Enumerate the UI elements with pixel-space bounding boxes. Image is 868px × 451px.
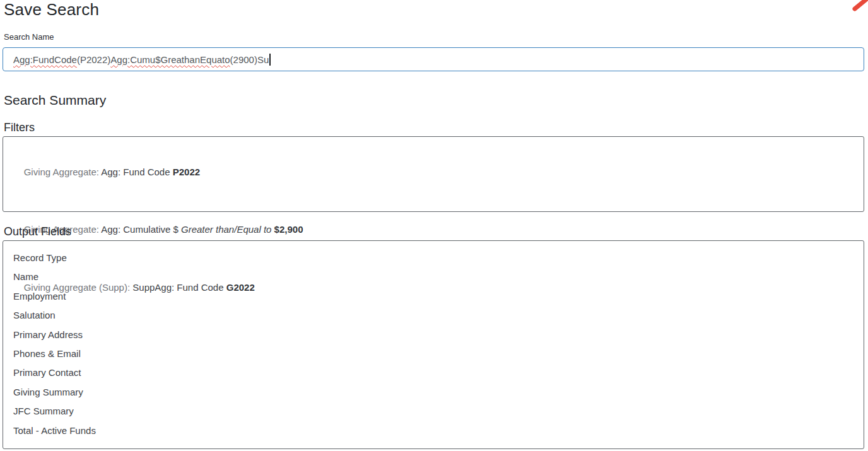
filter-value: G2022 <box>226 282 255 293</box>
filter-operator: Greater than/Equal to <box>181 224 274 235</box>
filter-category-label: Giving Aggregate: <box>24 167 102 177</box>
filters-title: Filters <box>4 120 868 135</box>
output-field-item: Giving Summary <box>13 383 853 402</box>
filter-value: P2022 <box>173 167 200 177</box>
output-field-item: Record Type <box>13 249 853 267</box>
filter-criteria: Agg: Fund Code <box>101 167 172 177</box>
input-text-segment: Agg:Cumu$GreathanEquato <box>110 54 230 65</box>
output-field-item: Salutation <box>13 306 853 325</box>
output-field-item: Primary Address <box>13 325 853 344</box>
output-fields-panel: Record Type Name Employment Salutation P… <box>3 240 864 449</box>
input-text-segment: (2900)Su <box>230 54 269 65</box>
filters-panel: Giving Aggregate: Agg: Fund Code P2022 G… <box>3 136 864 212</box>
filter-value: $2,900 <box>274 224 303 235</box>
input-text-segment: Agg:FundCode <box>13 54 77 65</box>
output-field-item: Total - Active Funds <box>13 421 853 440</box>
input-text-segment: (P2022) <box>77 54 110 65</box>
output-field-item: Phones & Email <box>13 344 853 363</box>
search-name-input[interactable]: Agg:FundCode(P2022)Agg:Cumu$GreathanEqua… <box>3 47 864 71</box>
search-name-label: Search Name <box>4 32 868 42</box>
text-caret <box>269 54 271 66</box>
filter-criteria: Agg: Cumulative $ <box>101 224 181 235</box>
page-title: Save Search <box>4 0 868 19</box>
search-summary-title: Search Summary <box>4 92 868 108</box>
filter-criteria: SuppAgg: Fund Code <box>132 282 226 293</box>
output-field-item: JFC Summary <box>13 402 853 421</box>
output-field-item: Primary Contact <box>13 363 853 382</box>
filter-row: Giving Aggregate: Agg: Fund Code P2022 <box>13 143 853 201</box>
